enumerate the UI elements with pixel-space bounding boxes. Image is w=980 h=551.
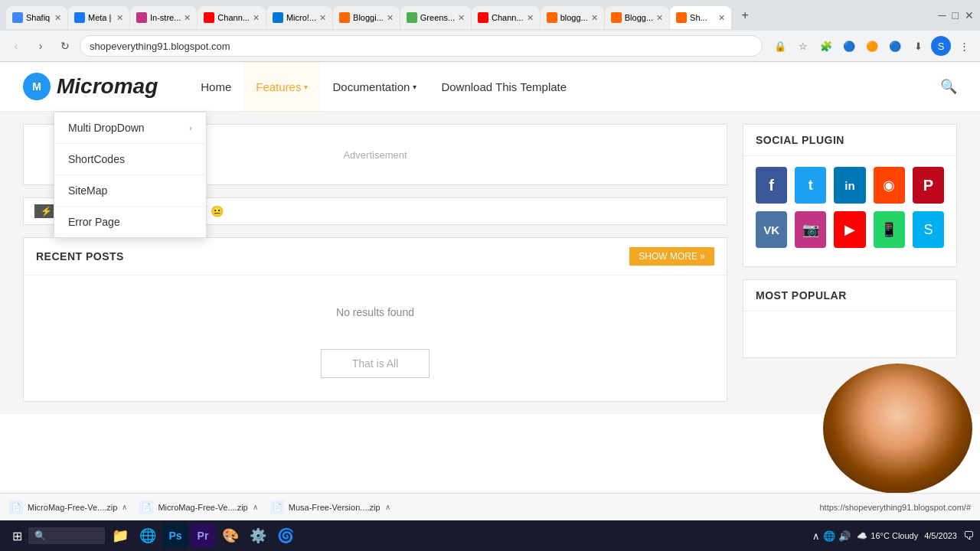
tab-close-instr[interactable]: ✕ [184, 13, 191, 23]
social-row-2: VK 📷 ▶ 📱 S [756, 211, 944, 248]
vk-button[interactable]: VK [756, 211, 787, 248]
maximize-button[interactable]: □ [952, 9, 959, 21]
browser-tab-chan2[interactable]: Chann... ✕ [472, 6, 540, 29]
show-more-button[interactable]: SHOW MORE » [629, 247, 714, 266]
download-chevron-1[interactable]: ∧ [122, 503, 127, 511]
download-name-1: MicroMag-Free-Ve....zip [28, 503, 117, 512]
tab-close-meta[interactable]: ✕ [116, 13, 123, 23]
taskbar-edge[interactable]: 🌀 [273, 523, 298, 548]
skype-icon: S [923, 222, 933, 238]
profile-icon[interactable]: S [931, 36, 951, 56]
logo-icon: M [23, 73, 51, 100]
extension-icon-4[interactable]: 🟠 [862, 36, 882, 56]
extension-icon-5[interactable]: 🔵 [885, 36, 905, 56]
close-browser-button[interactable]: ✕ [965, 9, 974, 21]
browser-tab-micro[interactable]: Micro!... ✕ [266, 6, 332, 29]
tab-close-shafiq[interactable]: ✕ [54, 13, 61, 23]
weather-text: 16°C Cloudy [871, 531, 918, 540]
facebook-button[interactable]: f [756, 167, 787, 204]
youtube-button[interactable]: ▶ [834, 211, 865, 248]
back-button[interactable]: ‹ [6, 36, 26, 56]
taskbar-pr[interactable]: Pr [191, 523, 215, 548]
settings-icon[interactable]: ⋮ [954, 36, 974, 56]
browser-tab-blog2[interactable]: blogg... ✕ [541, 6, 604, 29]
tab-close-blog1[interactable]: ✕ [387, 13, 394, 23]
nav-home[interactable]: Home [188, 62, 243, 112]
tab-favicon-green [407, 12, 417, 23]
nav-download[interactable]: Download This Template [429, 62, 579, 112]
documentation-caret-icon: ▾ [413, 83, 416, 91]
taskbar-file-explorer[interactable]: 📁 [108, 523, 132, 548]
ticker-emoji-icon: 😐 [211, 205, 224, 217]
tab-favicon-chan1 [204, 12, 214, 23]
browser-tab-green[interactable]: Greens... ✕ [400, 6, 471, 29]
linkedin-button[interactable]: in [834, 167, 865, 204]
instagram-button[interactable]: 📷 [795, 211, 826, 248]
tab-title-shafiq: Shafiq [26, 13, 50, 22]
browser-tab-blog1[interactable]: Bloggi... ✕ [333, 6, 400, 29]
tab-close-active-tab[interactable]: ✕ [718, 13, 725, 23]
browser-icons: 🔒 ☆ 🧩 🔵 🟠 🔵 ⬇ S ⋮ [770, 36, 974, 56]
nav-features[interactable]: Features ▾ [243, 62, 320, 112]
tab-title-blog2: blogg... [560, 13, 588, 22]
browser-tab-chan1[interactable]: Chann... ✕ [198, 6, 266, 29]
new-tab-button[interactable]: + [734, 5, 756, 26]
taskbar-ps[interactable]: Ps [163, 523, 188, 548]
extension-icon-6[interactable]: ⬇ [908, 36, 928, 56]
recent-posts-section: RECENT POSTS SHOW MORE » No results foun… [23, 237, 727, 402]
youtube-icon: ▶ [844, 221, 855, 238]
reload-button[interactable]: ↻ [55, 36, 75, 56]
tab-favicon-chan2 [478, 12, 488, 23]
that-is-all-container: That is All [24, 334, 727, 401]
browser-tab-meta[interactable]: Meta | ✕ [68, 6, 129, 29]
taskbar-search[interactable]: 🔍 [28, 527, 105, 544]
tab-close-chan2[interactable]: ✕ [527, 13, 534, 23]
taskbar-unknown-1[interactable]: 🎨 [218, 523, 243, 548]
browser-tab-active-tab[interactable]: Sh... ✕ [670, 6, 731, 29]
forward-button[interactable]: › [31, 36, 51, 56]
extension-icon-3[interactable]: 🔵 [839, 36, 859, 56]
dropdown-item-shortcodes[interactable]: ShortCodes [54, 144, 206, 175]
dropdown-item-error-page[interactable]: Error Page [54, 207, 206, 237]
nav-documentation[interactable]: Documentation ▾ [320, 62, 429, 112]
taskbar-chrome[interactable]: 🌐 [136, 523, 160, 548]
download-chevron-2[interactable]: ∧ [253, 503, 258, 511]
extension-icon-1[interactable]: 🔒 [770, 36, 790, 56]
tab-close-chan1[interactable]: ✕ [253, 13, 260, 23]
minimize-button[interactable]: ─ [939, 9, 946, 21]
tray-network-icon[interactable]: 🌐 [823, 530, 835, 542]
nav-home-label: Home [201, 80, 231, 93]
whatsapp-button[interactable]: 📱 [874, 211, 905, 248]
tab-favicon-meta [74, 12, 85, 23]
search-icon[interactable]: 🔍 [940, 78, 957, 95]
tray-volume-icon[interactable]: 🔊 [838, 530, 851, 542]
skype-button[interactable]: S [913, 211, 944, 248]
browser-tab-shafiq[interactable]: Shafiq ✕ [6, 6, 67, 29]
tab-close-micro[interactable]: ✕ [319, 13, 326, 23]
start-button[interactable]: ⊞ [6, 526, 28, 546]
twitter-button[interactable]: t [795, 167, 826, 204]
tray-up-arrow-icon[interactable]: ∧ [812, 530, 820, 542]
features-dropdown: Multi DropDown › ShortCodes SiteMap Erro… [54, 112, 207, 238]
tab-close-blog2[interactable]: ✕ [591, 13, 598, 23]
bookmark-icon[interactable]: ☆ [793, 36, 813, 56]
extension-icon-2[interactable]: 🧩 [816, 36, 836, 56]
dropdown-item-sitemap[interactable]: SiteMap [54, 175, 206, 207]
tray-icons: ∧ 🌐 🔊 [812, 530, 851, 542]
reddit-button[interactable]: ◉ [874, 167, 905, 204]
download-chevron-3[interactable]: ∧ [385, 503, 390, 511]
linkedin-icon: in [844, 179, 854, 192]
pip-close-button[interactable]: ✕ [951, 370, 966, 385]
browser-tab-instr[interactable]: In-stre... ✕ [130, 6, 197, 29]
browser-tab-blog3[interactable]: Blogg... ✕ [605, 6, 669, 29]
tab-close-green[interactable]: ✕ [458, 13, 465, 23]
pinterest-button[interactable]: P [913, 167, 944, 204]
dropdown-item-multi-dropdown[interactable]: Multi DropDown › [54, 112, 206, 144]
notification-icon[interactable]: 🗨 [963, 530, 974, 542]
logo-text: Micromag [57, 74, 158, 99]
address-text: shopeverything91.blogspot.com [90, 41, 753, 52]
taskbar-unknown-2[interactable]: ⚙️ [246, 523, 270, 548]
tab-close-blog3[interactable]: ✕ [656, 13, 663, 23]
download-icon-3: 📄 [270, 500, 284, 514]
address-bar[interactable]: shopeverything91.blogspot.com [80, 35, 763, 57]
